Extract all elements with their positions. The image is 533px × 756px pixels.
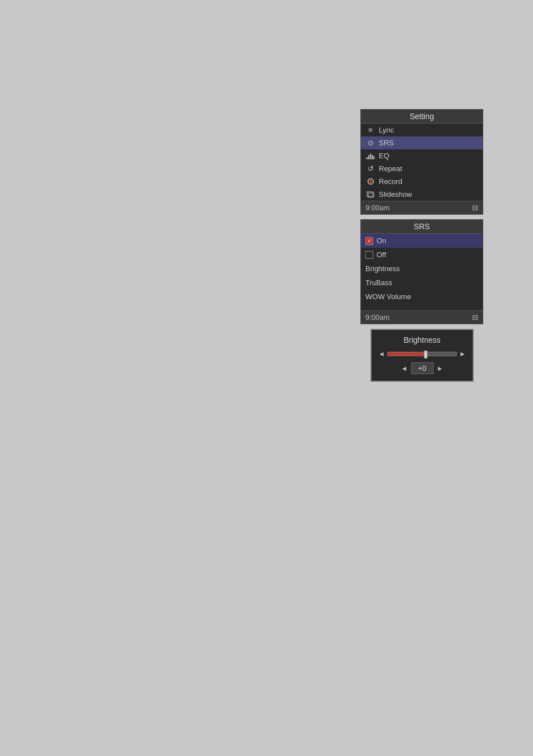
svg-rect-0	[367, 157, 368, 159]
menu-item-slideshow[interactable]: Slideshow	[361, 188, 483, 201]
setting-time-bar: 9:00am ⊟	[361, 201, 483, 214]
srs-item-on[interactable]: ✓ On	[361, 234, 483, 248]
value-left-arrow[interactable]: ◄	[401, 365, 408, 372]
menu-item-eq[interactable]: EQ	[361, 149, 483, 162]
brightness-value-control: ◄ +0 ►	[378, 362, 466, 374]
srs-item-off[interactable]: Off	[361, 248, 483, 262]
menu-item-repeat[interactable]: ↺ Repeat	[361, 162, 483, 175]
slider-left-arrow[interactable]: ◄	[378, 350, 385, 358]
srs-on-label: On	[377, 237, 386, 245]
record-icon	[365, 178, 375, 185]
brightness-slider-container: ◄ ►	[378, 350, 466, 358]
svg-rect-1	[368, 155, 369, 159]
setting-scrollbar-icon: ⊟	[472, 204, 478, 212]
brightness-popup: Brightness ◄ ► ◄ +0 ►	[370, 329, 474, 382]
srs-scrollbar-icon: ⊟	[472, 313, 478, 322]
srs-brightness-label: Brightness	[365, 264, 399, 273]
srs-item-trubass[interactable]: TruBass	[361, 276, 483, 290]
menu-item-slideshow-label: Slideshow	[379, 190, 412, 199]
svg-rect-3	[372, 155, 373, 159]
setting-time: 9:00am	[365, 204, 389, 212]
srs-wowvolume-label: WOW Volume	[365, 292, 411, 301]
menu-item-srs[interactable]: ⊙ SRS	[361, 136, 483, 149]
srs-trubass-label: TruBass	[365, 278, 392, 287]
menu-item-record[interactable]: Record	[361, 175, 483, 188]
srs-time: 9:00am	[365, 313, 389, 322]
setting-menu: Setting ≡ Lyric ⊙ SRS EQ ↺ Repea	[360, 109, 483, 215]
eq-icon	[365, 153, 375, 159]
srs-empty-area	[361, 304, 483, 310]
setting-menu-header: Setting	[361, 110, 483, 124]
device-panel: Setting ≡ Lyric ⊙ SRS EQ ↺ Repea	[360, 109, 483, 382]
brightness-popup-title: Brightness	[378, 336, 466, 344]
menu-item-eq-label: EQ	[379, 152, 389, 160]
brightness-value-display: +0	[411, 362, 434, 374]
checkbox-off-empty	[365, 251, 373, 259]
srs-item-wowvolume[interactable]: WOW Volume	[361, 290, 483, 304]
menu-item-record-label: Record	[379, 177, 402, 186]
checkbox-on-checked: ✓	[365, 237, 373, 245]
lyric-icon: ≡	[365, 126, 375, 134]
srs-menu: SRS ✓ On Off Brightness TruBass WOW Volu…	[360, 219, 483, 324]
menu-item-repeat-label: Repeat	[379, 164, 402, 173]
menu-item-srs-label: SRS	[379, 139, 394, 147]
menu-item-lyric[interactable]: ≡ Lyric	[361, 124, 483, 136]
value-right-arrow[interactable]: ►	[437, 365, 444, 372]
slider-right-arrow[interactable]: ►	[459, 350, 466, 358]
brightness-slider-track[interactable]	[387, 352, 457, 356]
srs-icon: ⊙	[365, 139, 375, 147]
srs-item-brightness[interactable]: Brightness	[361, 262, 483, 276]
svg-point-6	[369, 180, 372, 183]
srs-menu-header: SRS	[361, 220, 483, 234]
srs-off-label: Off	[377, 251, 386, 259]
slideshow-icon	[365, 191, 375, 198]
srs-time-bar: 9:00am ⊟	[361, 310, 483, 324]
brightness-slider-thumb[interactable]	[424, 351, 427, 358]
brightness-slider-fill	[388, 352, 426, 356]
svg-rect-4	[373, 156, 374, 159]
repeat-icon: ↺	[365, 164, 375, 173]
svg-rect-2	[370, 154, 371, 159]
menu-item-lyric-label: Lyric	[379, 126, 394, 134]
